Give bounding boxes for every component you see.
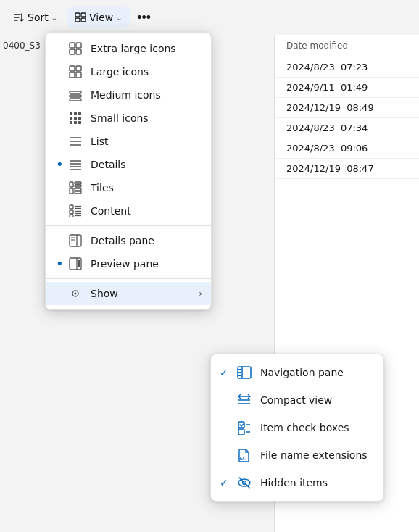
file-name-extensions-icon: EXT: [237, 448, 252, 462]
svg-rect-40: [70, 210, 73, 214]
svg-rect-3: [81, 18, 86, 22]
menu-item-large-icons[interactable]: Large icons: [46, 60, 211, 83]
svg-rect-31: [70, 182, 73, 187]
view-chevron: ⌄: [116, 14, 122, 22]
svg-rect-15: [70, 112, 72, 115]
svg-rect-33: [75, 185, 81, 187]
show-item-navigation-pane[interactable]: ✓ Navigation pane: [211, 359, 383, 386]
content-icon: [69, 204, 82, 217]
menu-item-details-pane[interactable]: Details pane: [46, 229, 211, 252]
left-label: 0400_S3: [0, 35, 43, 57]
preview-pane-icon: [69, 257, 82, 270]
file-item: 2024/8/23 09:06: [275, 138, 419, 159]
menu-item-show[interactable]: Show ›: [46, 282, 211, 305]
svg-rect-19: [74, 117, 77, 120]
menu-item-tiles[interactable]: Tiles: [46, 176, 211, 199]
details-label: Details: [91, 159, 126, 170]
svg-rect-5: [76, 43, 81, 48]
separator-1: [46, 225, 211, 226]
file-items-container: 2024/8/23 07:23 2024/9/11 01:49 2024/12/…: [275, 57, 419, 179]
menu-item-medium-icons[interactable]: Medium icons: [46, 83, 211, 107]
show-item-file-name-extensions[interactable]: EXT File name extensions: [211, 441, 383, 469]
svg-rect-36: [75, 191, 81, 194]
sort-chevron: ⌄: [51, 14, 57, 22]
item-check-boxes-label: Item check boxes: [260, 422, 349, 433]
sort-button[interactable]: Sort ⌄: [6, 7, 65, 28]
svg-rect-10: [70, 72, 75, 78]
hidden-items-label: Hidden items: [260, 477, 328, 489]
view-menu: Extra large icons Large icons Medium ico…: [45, 32, 212, 310]
svg-rect-22: [74, 121, 77, 124]
compact-view-icon: [237, 393, 252, 407]
view-label: View: [89, 12, 113, 23]
show-item-check-boxes[interactable]: Item check boxes: [211, 414, 383, 441]
file-name-extensions-label: File name extensions: [260, 449, 368, 461]
extra-large-icons-icon: [69, 42, 82, 55]
medium-icons-icon: [69, 88, 82, 101]
details-pane-label: Details pane: [91, 235, 154, 246]
tiles-icon: [69, 181, 82, 194]
svg-rect-58: [238, 375, 241, 376]
preview-pane-label: Preview pane: [91, 258, 159, 270]
menu-item-list[interactable]: List: [46, 130, 211, 153]
details-icon: [69, 158, 82, 171]
file-item: 2024/12/19 08:49: [275, 98, 419, 118]
toolbar: Sort ⌄ View ⌄ •••: [0, 0, 419, 35]
menu-item-details[interactable]: • Details: [46, 153, 211, 176]
menu-item-preview-pane[interactable]: • Preview pane: [46, 252, 211, 275]
svg-rect-63: [238, 429, 244, 435]
svg-rect-21: [70, 121, 72, 124]
content-label: Content: [91, 205, 131, 217]
medium-icons-label: Medium icons: [91, 89, 161, 101]
small-icons-label: Small icons: [91, 112, 149, 124]
extra-large-icons-label: Extra large icons: [91, 43, 176, 54]
show-item-hidden-items[interactable]: ✓ Hidden items: [211, 469, 383, 496]
large-icons-icon: [69, 65, 82, 78]
details-pane-icon: [69, 234, 82, 247]
view-button[interactable]: View ⌄: [67, 7, 130, 28]
show-menu: ✓ Navigation pane Compact view: [210, 354, 384, 502]
svg-rect-7: [76, 49, 81, 54]
svg-rect-56: [238, 369, 241, 370]
svg-rect-32: [75, 182, 81, 184]
svg-rect-11: [76, 72, 81, 78]
preview-pane-check: •: [56, 257, 64, 270]
menu-item-extra-large-icons[interactable]: Extra large icons: [46, 37, 211, 60]
svg-rect-35: [75, 188, 81, 191]
hidden-items-icon: [237, 475, 252, 490]
tiles-label: Tiles: [91, 182, 114, 194]
menu-item-content[interactable]: Content: [46, 199, 211, 223]
navigation-pane-check: ✓: [220, 367, 228, 378]
navigation-pane-label: Navigation pane: [260, 367, 344, 378]
show-label: Show: [91, 288, 118, 299]
file-item: 2024/8/23 07:23: [275, 57, 419, 78]
svg-rect-1: [81, 13, 86, 17]
file-item: 2024/8/23 07:34: [275, 118, 419, 138]
svg-rect-14: [70, 99, 81, 101]
svg-rect-45: [70, 235, 81, 246]
more-button[interactable]: •••: [133, 6, 156, 29]
small-icons-icon: [69, 112, 82, 125]
svg-rect-51: [78, 260, 80, 267]
svg-rect-4: [70, 43, 75, 48]
svg-text:EXT: EXT: [240, 456, 247, 460]
show-item-compact-view[interactable]: Compact view: [211, 386, 383, 414]
navigation-pane-icon: [237, 365, 252, 380]
svg-rect-0: [75, 13, 80, 17]
view-icon: [75, 12, 86, 23]
show-arrow-icon: ›: [199, 288, 202, 299]
svg-rect-8: [70, 66, 75, 71]
hidden-items-check: ✓: [220, 477, 228, 489]
svg-rect-43: [70, 215, 73, 217]
show-icon: [69, 287, 82, 300]
list-icon: [69, 135, 82, 148]
svg-point-53: [75, 293, 77, 295]
large-icons-label: Large icons: [91, 66, 149, 78]
svg-rect-9: [76, 66, 81, 71]
menu-item-small-icons[interactable]: Small icons: [46, 107, 211, 130]
svg-rect-23: [78, 121, 81, 124]
svg-rect-34: [70, 188, 73, 194]
svg-rect-2: [75, 18, 80, 22]
svg-rect-37: [70, 205, 73, 209]
item-check-boxes-icon: [237, 420, 252, 435]
